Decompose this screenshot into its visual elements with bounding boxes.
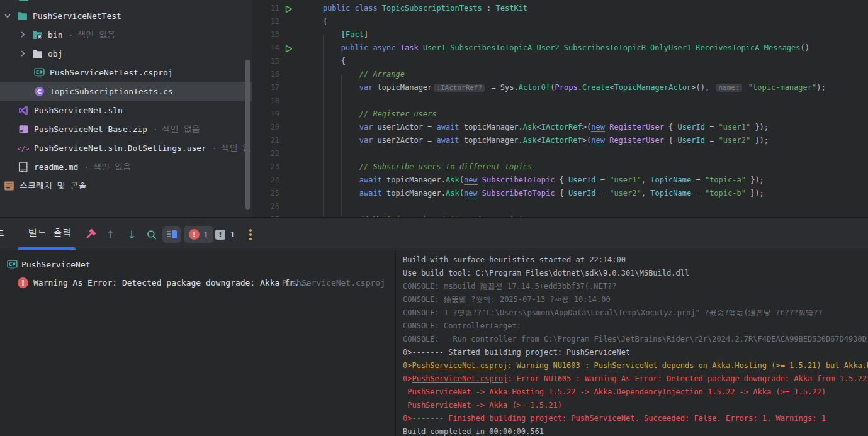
vs-icon — [18, 104, 29, 116]
error-filter-badge[interactable]: ! 1 — [184, 218, 213, 250]
console-line: 0>------- Finished building project: Pus… — [403, 412, 868, 425]
codetag-icon: </> — [18, 142, 29, 154]
code-line-26[interactable]: 26 — [252, 200, 868, 213]
code-line-19[interactable]: 19 // Register users — [252, 108, 868, 121]
csproj-icon: C# — [6, 259, 18, 271]
code-line-20[interactable]: 20 var user1Actor = await topicManager.A… — [252, 121, 868, 134]
warning-filter-badge[interactable]: ! 1 — [215, 218, 235, 250]
tree-item-pushservicenet[interactable]: PushServiceNet — [0, 0, 252, 6]
tree-item-pushservicenettest-csproj[interactable]: C#PushServiceNetTest.csproj — [0, 63, 252, 82]
down-arrow-icon[interactable]: ↓ — [123, 218, 140, 250]
build-hammer-icon[interactable] — [82, 218, 98, 250]
code-line-13[interactable]: 13 [Fact] — [252, 28, 868, 42]
svg-text:C#: C# — [36, 70, 43, 75]
folder-teal-icon — [16, 10, 28, 21]
csfile-icon: C — [33, 86, 45, 97]
chevron-right-icon[interactable] — [19, 31, 31, 38]
tree-item-pushservicenet-base-zip[interactable]: PushServiceNet-Base.zip·색인 없음 — [0, 120, 252, 138]
code-line-21[interactable]: 21 var user2Actor = await topicManager.A… — [252, 134, 868, 147]
badge-separator: · — [153, 125, 158, 134]
badge-separator: · — [212, 143, 217, 153]
tree-item-label: obj — [48, 49, 62, 59]
csproj-icon: C# — [33, 67, 45, 78]
code-lines: 11 public class TopicSubscriptionTests :… — [252, 0, 868, 217]
error-icon: ! — [189, 229, 200, 240]
code-line-11[interactable]: 11 public class TopicSubscriptionTests :… — [252, 2, 868, 15]
code-line-15[interactable]: 15 { — [252, 55, 868, 68]
tree-scrollbar[interactable] — [245, 60, 250, 210]
tree-item-label: readme.md — [34, 162, 78, 172]
line-number: 22 — [252, 147, 279, 160]
build-error-node[interactable]: ! Warning As Error: Detected package dow… — [0, 274, 395, 292]
console-file-link[interactable]: PushServiceNet.csproj — [412, 361, 507, 370]
tree-item--[interactable]: 스크래치 및 콘솔 — [0, 176, 252, 195]
tree-item-pushservicenet-sln-dotsettings-user[interactable]: </>PushServiceNet.sln.DotSettings.user·색… — [0, 138, 252, 157]
build-error-source: PushServiceNet.csproj — [282, 278, 385, 288]
folder-gray-icon — [31, 48, 43, 59]
run-test-icon[interactable] — [285, 44, 293, 52]
tree-item-pushservicenettest[interactable]: PushServiceNetTest — [0, 6, 252, 25]
inlay-hint: :IActorRef? — [434, 84, 485, 92]
console-file-link[interactable]: C:\Users\psmon\AppData\Local\Temp\Xocuty… — [486, 308, 695, 317]
build-project-label: PushServiceNet — [21, 260, 91, 269]
console-line: 0>PushServiceNet.csproj: Warning NU1603 … — [403, 359, 868, 372]
tree-item-label: PushServiceNet.sln — [34, 106, 123, 115]
zip-icon — [18, 123, 29, 135]
code-line-22[interactable]: 22 — [252, 147, 868, 160]
code-line-25[interactable]: 25 await topicManager.Ask(new SubscribeT… — [252, 187, 868, 200]
svg-text:C#: C# — [9, 262, 16, 267]
more-options-kebab-icon[interactable] — [244, 218, 257, 250]
line-number: 16 — [252, 68, 279, 81]
code-line-17[interactable]: 17 var topicManager:IActorRef? = Sys.Act… — [252, 81, 868, 94]
code-line-14[interactable]: 14 public async Task User1_SubscribesToT… — [252, 42, 868, 55]
build-toolbar: 드 빌드 출력 ↑ ↓ ! 1 — [0, 218, 868, 250]
tree-item-readme-md[interactable]: readme.md·색인 없음 — [0, 157, 252, 176]
console-line: CONSOLE: 鍮뚮뱶 ?쒖옉: 2025-07-13 ?ㅽ썑 10:14:0… — [403, 293, 868, 306]
console-line: 0>PushServiceNet.csproj: Error NU1605 : … — [403, 372, 868, 386]
code-line-18[interactable]: 18 — [252, 94, 868, 108]
line-number: 23 — [252, 160, 279, 174]
build-console[interactable]: Build with surface heuristics started at… — [396, 250, 868, 436]
code-line-23[interactable]: 23 // Subscribe users to different topic… — [252, 160, 868, 174]
code-line-12[interactable]: 12 { — [252, 15, 868, 28]
rider-ide-window: { "sidebar": { "rows": [ {"label":"PushS… — [0, 0, 868, 436]
layout-toggle[interactable] — [162, 218, 181, 250]
chevron-down-icon[interactable] — [4, 12, 16, 20]
console-line: CONSOLE: msbuild 踰꾩쟾 17.14.5+edd3bbf37(.… — [403, 280, 868, 293]
tree-item-label: PushServiceNet.sln.DotSettings.user — [34, 143, 206, 153]
console-file-link[interactable]: PushServiceNet.csproj — [412, 374, 507, 383]
tree-item-bin[interactable]: bin·색인 없음 — [0, 25, 252, 44]
partial-tab-label[interactable]: 드 — [0, 228, 4, 239]
line-number: 14 — [252, 42, 279, 55]
badge-separator: · — [84, 162, 89, 172]
code-line-24[interactable]: 24 await topicManager.Ask(new SubscribeT… — [252, 174, 868, 187]
console-line: Build with surface heuristics started at… — [403, 254, 868, 267]
folder-teal-icon — [18, 0, 29, 3]
line-number: 19 — [252, 108, 279, 121]
line-number: 18 — [252, 94, 279, 108]
line-number: 11 — [252, 2, 279, 15]
line-number: 26 — [252, 200, 279, 213]
svg-text:</>: </> — [18, 144, 29, 152]
code-line-16[interactable]: 16 // Arrange — [252, 68, 868, 81]
scratch-icon — [3, 180, 14, 191]
build-project-node[interactable]: C# PushServiceNet — [0, 255, 395, 274]
up-arrow-icon[interactable]: ↑ — [102, 218, 118, 250]
tree-item-topicsubscriptiontests-cs[interactable]: CTopicSubscriptionTests.cs — [0, 82, 252, 101]
warning-count: 1 — [230, 230, 235, 239]
console-line: PushServiceNet -> Akka (>= 1.5.21) — [403, 399, 868, 412]
tree-item-obj[interactable]: obj — [0, 44, 252, 63]
code-editor[interactable]: 11 public class TopicSubscriptionTests :… — [252, 0, 868, 217]
tree-item-pushservicenet-sln[interactable]: PushServiceNet.sln — [0, 101, 252, 120]
index-status-badge: 색인 없음 — [93, 161, 131, 172]
inlay-hint: name: — [716, 84, 741, 92]
build-output-panel: 드 빌드 출력 ↑ ↓ ! 1 — [0, 217, 868, 436]
tab-build-output[interactable]: 빌드 출력 — [28, 227, 72, 238]
book-icon — [18, 161, 29, 172]
line-number: 13 — [252, 28, 279, 42]
chevron-right-icon[interactable] — [19, 50, 31, 57]
console-line: 0>------- Started building project: Push… — [403, 346, 868, 359]
error-count: 1 — [203, 230, 208, 239]
run-test-icon[interactable] — [285, 4, 293, 13]
search-icon[interactable] — [144, 218, 160, 250]
